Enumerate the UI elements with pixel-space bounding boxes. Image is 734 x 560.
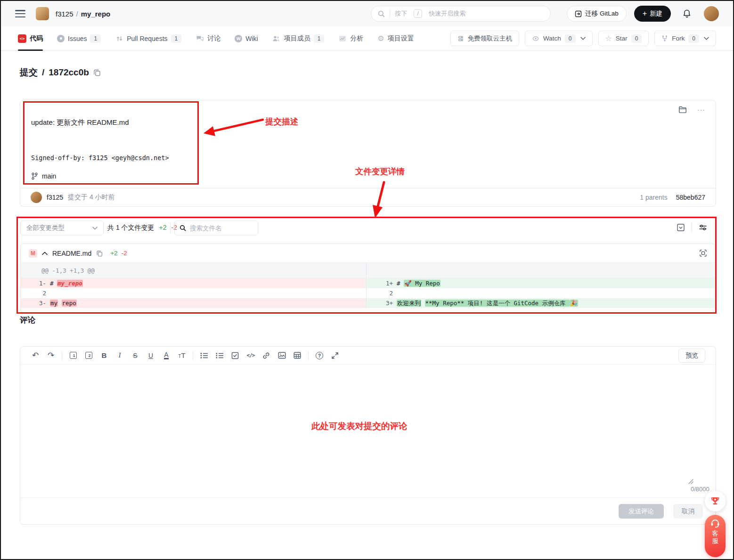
hunk-header: @@ -1,3 +1,3 @@ <box>41 267 95 274</box>
line-number: 3- <box>21 298 50 308</box>
resize-handle-icon[interactable] <box>687 478 694 485</box>
hamburger-menu-icon[interactable] <box>15 10 25 17</box>
task-list-icon[interactable] <box>230 351 240 360</box>
copy-icon[interactable] <box>96 250 103 257</box>
diff-row-2: 2 2 <box>21 288 715 298</box>
collapse-all-icon[interactable] <box>677 223 685 232</box>
comment-input-area <box>20 365 716 497</box>
migrate-gitlab-button[interactable]: 迁移 GitLab <box>567 6 627 22</box>
tab-wiki[interactable]: W Wiki <box>235 26 258 50</box>
image-icon[interactable] <box>277 351 286 360</box>
italic-icon[interactable]: I <box>115 351 124 360</box>
issues-icon <box>57 35 65 42</box>
search-icon <box>179 225 186 231</box>
global-search-input[interactable]: 按下/快速开启搜索 <box>371 6 551 22</box>
actions-divider <box>692 223 692 232</box>
search-divider <box>390 9 390 18</box>
line-number: 3+ <box>367 298 397 308</box>
added-word: 🚀 My Repo <box>404 280 440 287</box>
star-button[interactable]: ☆ Star 0 <box>598 31 649 46</box>
tab-pull-requests[interactable]: Pull Requests 1 <box>115 26 181 50</box>
watch-button[interactable]: Watch 0 <box>525 31 592 46</box>
strikethrough-icon[interactable]: S <box>130 351 140 360</box>
send-comment-button[interactable]: 发送评论 <box>619 504 664 519</box>
repo-action-buttons: 免费领取云主机 Watch 0 ☆ Star 0 <box>450 31 716 46</box>
bell-icon[interactable] <box>682 9 692 18</box>
commit-branch[interactable]: main <box>31 172 56 180</box>
star-count-badge: 0 <box>631 34 642 43</box>
more-actions-icon[interactable]: ··· <box>697 106 705 114</box>
font-size-icon[interactable]: TT <box>177 351 187 360</box>
file-name[interactable]: README.md <box>52 250 91 257</box>
chevron-down-icon <box>92 227 98 230</box>
editor-footer: 发送评论 取消 <box>20 497 716 524</box>
chevron-up-icon[interactable] <box>42 252 48 255</box>
tab-issues[interactable]: Issues 1 <box>57 26 101 50</box>
commit-author[interactable]: f3125 <box>47 194 63 201</box>
line-number: 1- <box>21 278 50 288</box>
headset-icon <box>710 519 720 528</box>
parent-sha[interactable]: 58beb627 <box>676 194 705 201</box>
tab-discussion[interactable]: 讨论 <box>196 26 220 50</box>
file-changes-section: 全部变更类型 共 1 个文件变更 +2 -2 <box>20 219 716 313</box>
font-color-icon[interactable]: A <box>162 351 171 360</box>
folder-icon[interactable] <box>678 106 687 114</box>
redo-icon[interactable]: ↷ <box>46 351 56 360</box>
file-search-input[interactable] <box>190 225 246 232</box>
free-cloud-host-button[interactable]: 免费领取云主机 <box>450 31 520 46</box>
breadcrumb: f3125 / my_repo <box>56 10 110 18</box>
view-file-scan-icon[interactable] <box>699 249 707 257</box>
repo-owner-avatar[interactable] <box>36 7 49 20</box>
diff-hunk-row: @@ -1,3 +1,3 @@ <box>21 263 715 278</box>
author-avatar[interactable] <box>31 192 42 203</box>
tab-code[interactable]: <> 代码 <box>18 26 43 50</box>
fullscreen-icon[interactable] <box>330 351 340 360</box>
branch-name: main <box>42 172 56 180</box>
copy-icon[interactable] <box>93 69 101 76</box>
tab-settings[interactable]: ⚙ 项目设置 <box>377 26 414 50</box>
line-number: 2 <box>367 288 397 298</box>
preview-button[interactable]: 预览 <box>678 349 705 363</box>
heading-1-icon[interactable]: 1 <box>68 351 78 360</box>
underline-icon[interactable]: U <box>146 351 155 360</box>
rewards-trophy-button[interactable] <box>705 491 726 511</box>
undo-icon[interactable]: ↶ <box>31 351 40 360</box>
bold-icon[interactable]: B <box>99 351 109 360</box>
star-icon: ☆ <box>605 35 612 42</box>
diff-row-3: 3- my repo 3+ 欢迎来到 **My Repo** 项目! 这是一个 … <box>21 298 715 308</box>
help-icon[interactable]: ? <box>315 351 324 360</box>
user-avatar[interactable] <box>704 6 719 21</box>
char-count: 0/8000 <box>691 486 710 493</box>
cancel-button[interactable]: 取消 <box>673 504 703 519</box>
eye-watch-icon <box>532 35 539 42</box>
pull-requests-icon <box>115 34 123 43</box>
new-button[interactable]: + 新建 <box>634 6 671 22</box>
bulleted-list-icon[interactable] <box>199 351 209 360</box>
gitcode-commit-page: f3125 / my_repo 按下/快速开启搜索 迁移 GitLab + 新建 <box>0 0 734 560</box>
customer-service-button[interactable]: 客服 <box>705 515 726 557</box>
members-icon <box>272 34 281 43</box>
link-icon[interactable] <box>261 351 271 360</box>
comment-editor: ↶ ↷ 1 2 B I S U A TT </> <box>20 346 716 525</box>
search-placeholder-prefix: 按下 <box>395 9 407 18</box>
tab-members[interactable]: 项目成员 1 <box>272 26 325 50</box>
tab-analysis[interactable]: 分析 <box>338 26 363 50</box>
comment-textarea[interactable] <box>20 365 716 497</box>
diff-row-1: 1- # my_repo 1+ # 🚀 My Repo <box>21 278 715 288</box>
numbered-list-icon[interactable] <box>215 351 224 360</box>
file-added-count: +2 <box>110 250 117 257</box>
commit-time: 提交于 4 小时前 <box>68 193 115 202</box>
fork-button[interactable]: Fork 0 <box>654 31 716 46</box>
change-type-select[interactable]: 全部变更类型 <box>20 220 104 235</box>
breadcrumb-repo[interactable]: my_repo <box>81 10 111 18</box>
table-icon[interactable] <box>293 351 302 360</box>
diff-settings-icon[interactable] <box>699 223 707 232</box>
plus-icon: + <box>643 10 647 17</box>
heading-2-icon[interactable]: 2 <box>84 351 93 360</box>
commit-message: update: 更新文件 README.md <box>31 118 129 127</box>
breadcrumb-user[interactable]: f3125 <box>56 10 73 18</box>
code-icon[interactable]: </> <box>246 351 255 360</box>
added-emoji: 🎉 <box>570 300 578 307</box>
cloud-server-icon <box>457 35 464 42</box>
parents-label: 1 parents <box>640 194 667 201</box>
